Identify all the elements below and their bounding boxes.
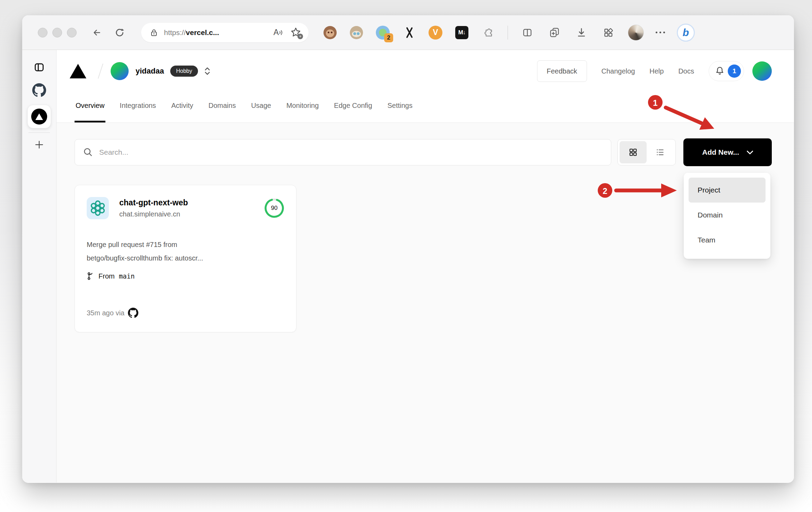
reload-button[interactable]: [112, 25, 127, 40]
tab-vercel-active[interactable]: [27, 105, 51, 128]
menu-item-domain[interactable]: Domain: [689, 203, 766, 228]
tab-domains[interactable]: Domains: [208, 89, 236, 122]
workspaces-button[interactable]: [601, 25, 616, 40]
notifications-button[interactable]: 1: [709, 61, 744, 81]
grid-view-icon: [629, 148, 638, 157]
edge-vertical-tabs-sidebar: [22, 50, 57, 483]
close-window-button[interactable]: [38, 28, 47, 37]
openai-logo-icon: [90, 200, 106, 216]
grid-view-button[interactable]: [620, 141, 647, 163]
controls-row: Add New...: [75, 138, 772, 166]
git-branch-icon: [87, 272, 94, 280]
read-aloud-button[interactable]: A: [274, 28, 284, 37]
project-domain[interactable]: chat.simplenaive.cn: [119, 210, 188, 218]
header-right: Feedback Changelog Help Docs 1: [537, 60, 772, 82]
url-scheme: https://: [164, 28, 186, 36]
lock-icon: [149, 28, 158, 37]
bing-icon: b: [683, 27, 689, 39]
bell-icon: [715, 66, 725, 76]
list-view-button[interactable]: [647, 141, 674, 163]
v-extension-icon[interactable]: V: [428, 25, 443, 40]
download-icon: [576, 27, 587, 38]
notification-count-badge: 1: [728, 65, 741, 78]
scope-switcher-button[interactable]: [204, 66, 211, 76]
puzzle-icon: [483, 27, 494, 38]
back-button[interactable]: [89, 25, 104, 40]
translator-extension-icon[interactable]: 2: [375, 25, 390, 40]
dashboard-content: Add New... chat-gpt-next-web chat.simple…: [57, 123, 794, 483]
github-icon: [32, 83, 46, 97]
chevron-down-icon: [747, 151, 753, 154]
browser-toolbar: https://vercel.c... A + 2 V M↓: [22, 15, 794, 50]
new-tab-button[interactable]: [31, 136, 47, 153]
tab-monitoring[interactable]: Monitoring: [286, 89, 319, 122]
tab-activity[interactable]: Activity: [171, 89, 193, 122]
split-screen-button[interactable]: [520, 25, 535, 40]
vercel-favicon: [31, 109, 47, 125]
tab-settings[interactable]: Settings: [387, 89, 412, 122]
view-toggle: [617, 139, 676, 165]
plus-icon: [34, 139, 44, 150]
menu-item-project[interactable]: Project: [689, 178, 766, 203]
tab-overview[interactable]: Overview: [76, 89, 104, 122]
tab-integrations[interactable]: Integrations: [120, 89, 156, 122]
commit-line-2: betgo/bugfix-scrollthumb fix: autoscr...: [87, 251, 284, 265]
sloth-extension-icon[interactable]: [349, 25, 364, 40]
vercel-header: yidadaa Hobby Feedback Changelog Help Do…: [57, 50, 794, 89]
markdown-extension-icon[interactable]: M↓: [454, 25, 469, 40]
project-card-head: chat-gpt-next-web chat.simplenaive.cn 90: [87, 197, 284, 219]
add-new-button[interactable]: Add New...: [683, 138, 772, 166]
window-controls: [38, 28, 77, 37]
team-name[interactable]: yidadaa: [136, 67, 164, 76]
project-icon: [87, 197, 109, 219]
extensions-row: 2 V M↓: [322, 25, 496, 40]
search-input[interactable]: [99, 148, 603, 156]
sidebar-divider: [28, 133, 50, 133]
docs-link[interactable]: Docs: [678, 67, 694, 75]
help-link[interactable]: Help: [649, 67, 664, 75]
maximize-window-button[interactable]: [67, 28, 77, 37]
read-aloud-waves-icon: [279, 28, 284, 37]
browser-window: https://vercel.c... A + 2 V M↓: [22, 15, 794, 483]
tab-panel-icon: [33, 62, 45, 73]
commit-message: Merge pull request #715 from betgo/bugfi…: [87, 238, 284, 265]
deploy-meta: 35m ago via: [87, 308, 284, 318]
url-text: https://vercel.c...: [164, 28, 274, 37]
back-arrow-icon: [92, 28, 102, 37]
reload-icon: [114, 27, 125, 38]
extensions-menu-icon[interactable]: [481, 25, 496, 40]
feedback-button[interactable]: Feedback: [537, 60, 587, 82]
speed-insights-score[interactable]: 90: [264, 198, 284, 218]
user-avatar[interactable]: [752, 61, 772, 81]
project-name[interactable]: chat-gpt-next-web: [119, 198, 188, 207]
collections-button[interactable]: [547, 25, 562, 40]
downloads-button[interactable]: [574, 25, 589, 40]
tab-edge-config[interactable]: Edge Config: [334, 89, 372, 122]
address-bar[interactable]: https://vercel.c... A +: [141, 23, 309, 42]
minimize-window-button[interactable]: [52, 28, 62, 37]
monkey-extension-icon[interactable]: [322, 25, 338, 40]
search-icon: [83, 147, 93, 157]
add-new-label: Add New...: [702, 148, 739, 156]
tab-usage[interactable]: Usage: [251, 89, 271, 122]
add-new-dropdown: Project Domain Team: [684, 173, 770, 259]
project-card[interactable]: chat-gpt-next-web chat.simplenaive.cn 90: [75, 185, 296, 332]
branch-label: From: [98, 272, 115, 280]
breadcrumb-slash: [98, 63, 103, 79]
tab-github[interactable]: [31, 82, 47, 99]
clipper-extension-icon[interactable]: [401, 25, 417, 40]
browser-profile-avatar[interactable]: [628, 25, 644, 41]
bing-discover-button[interactable]: b: [677, 24, 695, 42]
menu-item-team[interactable]: Team: [689, 228, 766, 253]
branch-row: From main: [87, 272, 284, 280]
favorite-button[interactable]: +: [291, 27, 302, 38]
commit-line-1: Merge pull request #715 from: [87, 238, 284, 251]
project-titles: chat-gpt-next-web chat.simplenaive.cn: [119, 198, 188, 218]
tab-actions-button[interactable]: [31, 59, 47, 76]
chevron-up-down-icon: [204, 66, 211, 76]
changelog-link[interactable]: Changelog: [602, 67, 635, 75]
vercel-logo[interactable]: [70, 64, 86, 78]
add-tab-group-icon: [548, 27, 560, 38]
deploy-time: 35m ago via: [87, 309, 124, 317]
more-menu-button[interactable]: [656, 32, 665, 33]
